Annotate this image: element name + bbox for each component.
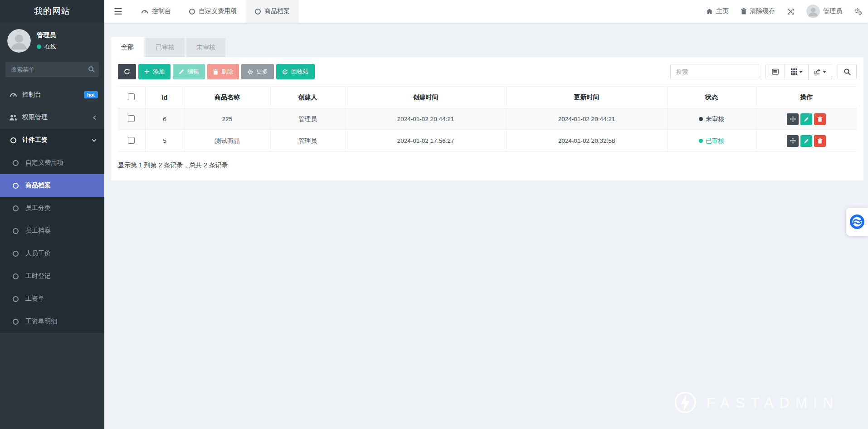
trash-icon bbox=[818, 138, 822, 144]
cell-updated-time: 2024-01-02 20:32:58 bbox=[506, 130, 667, 152]
pencil-icon bbox=[179, 69, 184, 74]
sidebar-item-employee-category[interactable]: 员工分类 bbox=[0, 197, 104, 219]
columns-button[interactable] bbox=[785, 64, 809, 79]
refresh-button[interactable] bbox=[118, 64, 136, 79]
status-badge: 已审核 bbox=[699, 137, 724, 145]
search-icon bbox=[844, 68, 851, 75]
more-button[interactable]: 更多 bbox=[241, 64, 274, 79]
row-checkbox[interactable] bbox=[128, 137, 135, 144]
add-button[interactable]: 添加 bbox=[138, 64, 171, 79]
user-panel: 管理员 在线 bbox=[0, 23, 104, 58]
users-icon bbox=[9, 114, 18, 121]
export-button[interactable] bbox=[809, 64, 832, 79]
recycle-icon bbox=[282, 69, 288, 75]
header-status[interactable]: 状态 bbox=[667, 87, 756, 108]
toolbar: 添加 编辑 删除 bbox=[118, 64, 857, 79]
sidebar-item-product-archive[interactable]: 商品档案 bbox=[0, 174, 104, 197]
drag-sort-button[interactable] bbox=[787, 113, 799, 125]
table-panel: 添加 编辑 删除 bbox=[111, 57, 863, 180]
pencil-icon bbox=[804, 138, 809, 144]
home-label: 主页 bbox=[716, 7, 729, 15]
cell-product-name: 225 bbox=[184, 108, 270, 130]
filter-tab-unapproved[interactable]: 未审核 bbox=[186, 38, 225, 57]
status-dot bbox=[699, 117, 703, 121]
row-delete-button[interactable] bbox=[814, 135, 826, 147]
sidebar-item-hours-register[interactable]: 工时登记 bbox=[0, 265, 104, 288]
circle-icon bbox=[11, 296, 20, 302]
watermark-text: FASTADMIN bbox=[707, 395, 839, 411]
site-title: 我的网站 bbox=[0, 0, 104, 23]
row-edit-button[interactable] bbox=[800, 113, 812, 125]
cell-id: 6 bbox=[145, 108, 184, 130]
clear-cache-button[interactable]: 清除缓存 bbox=[741, 7, 775, 15]
header-creator[interactable]: 创建人 bbox=[270, 87, 345, 108]
sidebar: 我的网站 管理员 在线 控制 bbox=[0, 0, 104, 429]
sidebar-item-permissions[interactable]: 权限管理 bbox=[0, 106, 104, 129]
drag-sort-button[interactable] bbox=[787, 135, 799, 147]
trash-icon bbox=[213, 69, 218, 75]
hamburger-icon[interactable] bbox=[104, 0, 132, 23]
fullscreen-button[interactable] bbox=[787, 8, 794, 15]
chevron-down-icon bbox=[91, 138, 97, 143]
topbar-user-label: 管理员 bbox=[823, 7, 842, 15]
tab-label: 商品档案 bbox=[264, 7, 290, 15]
header-updated-time[interactable]: 更新时间 bbox=[506, 87, 667, 108]
tab-label: 自定义费用项 bbox=[199, 7, 237, 15]
table-row: 6 225 管理员 2024-01-02 20:44:21 2024-01-02… bbox=[118, 108, 857, 130]
cell-created-time: 2024-01-02 17:56:27 bbox=[345, 130, 506, 152]
sidebar-item-employee-archive[interactable]: 员工档案 bbox=[0, 219, 104, 242]
menu-search-input[interactable] bbox=[5, 62, 99, 77]
delete-button-label: 删除 bbox=[221, 68, 233, 76]
home-link[interactable]: 主页 bbox=[706, 7, 729, 15]
row-checkbox[interactable] bbox=[128, 115, 135, 122]
sidebar-item-piecework[interactable]: 计件工资 bbox=[0, 129, 104, 151]
sidebar-item-label: 自定义费用项 bbox=[25, 159, 63, 167]
circle-icon bbox=[9, 137, 18, 143]
header-created-time[interactable]: 创建时间 bbox=[345, 87, 506, 108]
move-icon bbox=[790, 138, 796, 144]
cell-product-name: 测试商品 bbox=[184, 130, 270, 152]
tab-custom-fees[interactable]: 自定义费用项 bbox=[180, 0, 246, 23]
pencil-icon bbox=[804, 117, 809, 122]
recycle-bin-button[interactable]: 回收站 bbox=[276, 64, 315, 79]
circle-icon bbox=[11, 319, 20, 325]
user-name: 管理员 bbox=[37, 31, 56, 39]
tab-product-archive[interactable]: 商品档案 bbox=[246, 0, 299, 23]
circle-icon bbox=[11, 251, 20, 257]
fastadmin-logo-icon bbox=[673, 391, 697, 415]
status-label: 未审核 bbox=[706, 115, 724, 123]
detail-view-button[interactable] bbox=[766, 64, 785, 79]
sidebar-item-dashboard[interactable]: 控制台 hot bbox=[0, 83, 104, 106]
sidebar-item-label: 权限管理 bbox=[22, 113, 48, 122]
more-button-label: 更多 bbox=[256, 68, 268, 76]
feedback-widget[interactable] bbox=[846, 208, 868, 236]
row-edit-button[interactable] bbox=[800, 135, 812, 147]
sidebar-item-worker-price[interactable]: 人员工价 bbox=[0, 242, 104, 265]
settings-button[interactable] bbox=[854, 8, 862, 15]
sidebar-item-payroll[interactable]: 工资单 bbox=[0, 288, 104, 310]
sidebar-item-custom-fees[interactable]: 自定义费用项 bbox=[0, 151, 104, 174]
filter-tab-all[interactable]: 全部 bbox=[111, 37, 144, 57]
record-summary: 显示第 1 到第 2 条记录，总共 2 条记录 bbox=[118, 161, 857, 170]
sidebar-treeview-piecework: 计件工资 自定义费用项 商品档案 员工分类 员工档案 人员工价 工时登记 工资单… bbox=[0, 129, 104, 333]
table-search-input[interactable] bbox=[670, 64, 759, 79]
circle-icon bbox=[11, 183, 20, 189]
cell-creator: 管理员 bbox=[270, 108, 345, 130]
circle-icon bbox=[11, 273, 20, 279]
table-row: 5 测试商品 管理员 2024-01-02 17:56:27 2024-01-0… bbox=[118, 130, 857, 152]
topbar-user[interactable]: 管理员 bbox=[806, 5, 842, 18]
header-product-name[interactable]: 商品名称 bbox=[184, 87, 270, 108]
table-tools bbox=[670, 64, 857, 79]
row-delete-button[interactable] bbox=[814, 113, 826, 125]
advanced-search-button[interactable] bbox=[838, 64, 857, 79]
filter-tab-approved[interactable]: 已审核 bbox=[146, 38, 185, 57]
header-id[interactable]: Id bbox=[145, 87, 184, 108]
status-dot bbox=[699, 139, 703, 143]
user-status: 在线 bbox=[44, 43, 56, 51]
content: 全部 已审核 未审核 添加 bbox=[104, 23, 868, 429]
select-all-checkbox[interactable] bbox=[128, 93, 135, 100]
fastadmin-watermark: FASTADMIN bbox=[673, 391, 839, 415]
tab-dashboard[interactable]: 控制台 bbox=[132, 0, 180, 23]
sidebar-item-label: 工资单 bbox=[25, 295, 44, 303]
sidebar-item-payroll-detail[interactable]: 工资单明细 bbox=[0, 310, 104, 333]
